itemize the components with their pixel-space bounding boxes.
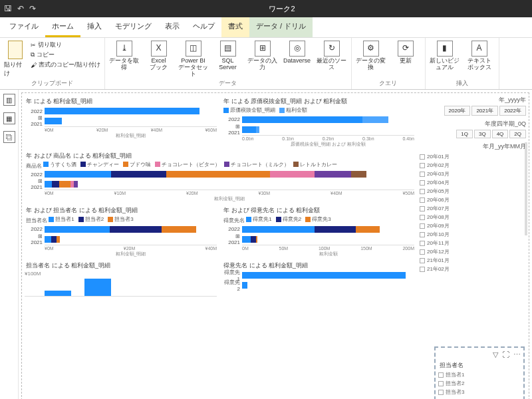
new-visual-button[interactable]: ▮新しいビジュアル [430,41,460,71]
menu-tab-1[interactable]: ホーム [45,17,80,37]
window-title: ワーク2 [36,4,528,14]
get-data-button-icon: ⤓ [116,41,132,57]
slicer-month-option[interactable]: 20年06月 [420,196,526,204]
get-data-button[interactable]: ⤓データを取得 [109,41,140,71]
slicer-month-option[interactable]: 20年05月 [420,187,526,196]
undo-icon[interactable]: ↶ [17,4,24,13]
save-icon[interactable]: 🖫 [4,4,12,13]
ribbon-group-query: ⚙データの変換⟳更新 クエリ [352,38,426,89]
ribbon: 貼り付け ✂切り取り ⧉コピー 🖌書式のコピー/貼り付け クリップボード ⤓デー… [0,38,532,90]
copy-button[interactable]: ⧉コピー [31,51,100,59]
format-painter-button[interactable]: 🖌書式のコピー/貼り付け [31,61,100,69]
sql-button[interactable]: ▤SQLServer [213,41,243,71]
view-rail: ▥ ▦ ⿻ [0,90,19,399]
scrollbar[interactable] [525,142,527,235]
slicer-year-option[interactable]: 2021年 [471,106,498,116]
ribbon-group-clipboard: 貼り付け ✂切り取り ⧉コピー 🖌書式のコピー/貼り付け クリップボード [0,38,105,89]
excel-button-icon: X [151,41,167,57]
group-label: クリップボード [4,79,100,88]
menu-tab-0[interactable]: ファイル [3,17,45,37]
refresh-button[interactable]: ⟳更新 [390,41,421,65]
data-view-button[interactable]: ▦ [3,112,15,124]
chart-c6[interactable]: 担当者名 による 粗利金額_明細¥100M [25,261,217,297]
slicer-year[interactable]: 年_yyyy年2020年2021年2022年 [420,96,526,116]
canvas: ▥ ▦ ⿻ 年 による 粗利金額_明細2022⊞ 2021¥0M¥20M¥40M… [0,90,532,399]
slicer-quarter-option[interactable]: 1Q [456,130,473,138]
slicer-month-option[interactable]: 20年03月 [420,170,526,178]
new-visual-button-icon: ▮ [437,41,453,57]
chart-c4[interactable]: 年 および 担当者名 による 粗利金額_明細担当者名 担当者1担当者2担当者32… [25,206,217,257]
menu-tab-3[interactable]: モデリング [108,17,158,37]
menu-tab-7[interactable]: データ / ドリル [249,17,313,37]
slicer-year-option[interactable]: 2020年 [444,106,471,116]
menu-tab-6[interactable]: 書式 [221,17,249,37]
filter-icon[interactable]: ▽ [493,350,498,359]
menu-tab-2[interactable]: 挿入 [80,17,108,37]
copy-icon: ⧉ [31,51,35,59]
model-view-button[interactable]: ⿻ [3,131,15,143]
paste-button[interactable]: 貼り付け [4,41,27,78]
focus-mode-icon[interactable]: ⛶ [502,350,509,359]
recent-sources-button-icon: ↻ [324,41,340,57]
ribbon-group-insert: ▮新しいビジュアルAテキストボックス 挿入 [426,38,499,89]
report-canvas[interactable]: 年 による 粗利金額_明細2022⊞ 2021¥0M¥20M¥40M¥60M粗利… [21,92,529,399]
report-view-button[interactable]: ▥ [3,94,15,106]
slicer-month-option[interactable]: 21年02月 [420,265,526,273]
slicer-person-option[interactable]: 担当者2 [438,379,521,388]
enter-data-button-icon: ⊞ [255,41,271,57]
redo-icon[interactable]: ↷ [29,4,36,13]
dataverse-button[interactable]: ◎Dataverse [282,41,313,65]
chart-c3[interactable]: 年 および 商品名 による 粗利金額_明細商品名 うすくち酒チャンディーブドウ味… [25,152,414,203]
transform-data-button-icon: ⚙ [363,41,379,57]
scissors-icon: ✂ [31,42,36,49]
slicer-person-option[interactable]: 担当者3 [438,388,521,396]
sql-button-icon: ▤ [220,41,236,57]
slicer-month-option[interactable]: 20年08月 [420,213,526,221]
dataverse-button-icon: ◎ [289,41,305,57]
cut-button[interactable]: ✂切り取り [31,41,100,49]
slicer-person[interactable]: ▽ ⛶ ⋯ 担当者名 担当者1担当者2担当者3 [434,346,525,399]
title-bar: 🖫 ↶ ↷ ワーク2 [0,0,532,17]
slicer-month-option[interactable]: 20年09月 [420,221,526,230]
enter-data-button[interactable]: ⊞データの入力 [247,41,278,71]
menu-bar: ファイルホーム挿入モデリング表示ヘルプ書式データ / ドリル [0,17,532,38]
slicer-month-option[interactable]: 20年07月 [420,204,526,213]
slicer-quarter-option[interactable]: 3Q [474,130,491,138]
slicer-year-option[interactable]: 2022年 [499,106,526,116]
recent-sources-button[interactable]: ↻最近のソース [317,41,347,71]
slicer-month[interactable]: 年月_yy年MM月20年01月20年02月20年03月20年04月20年05月2… [420,142,526,273]
pbi-dataset-button[interactable]: ◫Power BIデータセット [178,41,209,78]
chart-c2[interactable]: 年 による 原価税抜金額_明細 および 粗利金額原価税抜金額_明細粗利金額202… [222,97,414,148]
menu-tab-5[interactable]: ヘルプ [186,17,221,37]
slicer-quarter-option[interactable]: 2Q [509,130,526,138]
slicer-month-option[interactable]: 20年12月 [420,247,526,256]
more-options-icon[interactable]: ⋯ [513,350,521,359]
slicer-month-option[interactable]: 20年01月 [420,152,526,161]
excel-button[interactable]: XExcelブック [144,41,174,71]
brush-icon: 🖌 [31,62,37,68]
chart-c5[interactable]: 年 および 得意先名 による 粗利金額得意先名 得意先1得意先2得意先32022… [222,206,414,257]
chart-c7[interactable]: 得意先名 による 粗利金額_明細得意先1得意先2 [222,261,414,290]
transform-data-button[interactable]: ⚙データの変換 [356,41,386,71]
slicer-month-option[interactable]: 20年10月 [420,230,526,239]
slicer-person-option[interactable]: 担当者1 [438,370,521,379]
ribbon-group-data: ⤓データを取得XExcelブック◫Power BIデータセット▤SQLServe… [105,38,352,89]
slicer-quarter-option[interactable]: 4Q [492,130,509,138]
menu-tab-4[interactable]: 表示 [158,17,186,37]
textbox-button[interactable]: Aテキストボックス [464,41,495,71]
textbox-button-icon: A [471,41,487,57]
slicer-month-option[interactable]: 21年01月 [420,256,526,265]
chart-c1[interactable]: 年 による 粗利金額_明細2022⊞ 2021¥0M¥20M¥40M¥60M粗利… [25,97,217,139]
refresh-button-icon: ⟳ [398,41,414,57]
slicer-month-option[interactable]: 20年02月 [420,161,526,170]
slicer-month-option[interactable]: 20年04月 [420,178,526,187]
pbi-dataset-button-icon: ◫ [186,41,201,57]
slicer-month-option[interactable]: 20年11月 [420,239,526,247]
slicer-quarter[interactable]: 年度四半期_0Q1Q3Q4Q2Q [420,120,526,138]
